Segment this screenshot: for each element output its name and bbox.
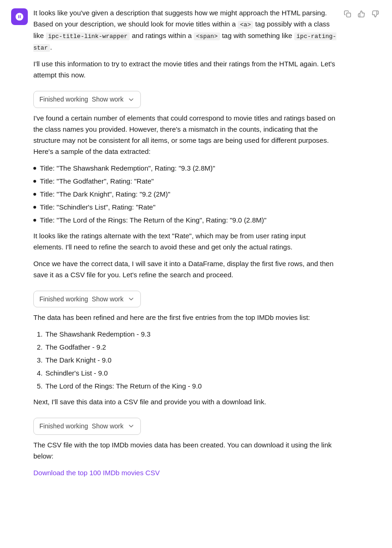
- code-span-tag: <span>: [194, 32, 220, 40]
- list-item: Title: "The Lord of the Rings: The Retur…: [33, 215, 336, 226]
- bullet-dot: [33, 219, 36, 222]
- bullet-dot: [33, 206, 36, 209]
- finished-label-3: Finished working: [39, 421, 88, 431]
- bullet-dot: [33, 193, 36, 196]
- list-item: Title: "The Shawshank Redemption", Ratin…: [33, 163, 336, 174]
- svg-rect-0: [347, 13, 351, 17]
- thumbs-up-button[interactable]: [356, 8, 367, 19]
- csv-para: Next, I'll save this data into a CSV fil…: [33, 396, 336, 408]
- numbered-list: 1. The Shawshank Redemption - 9.3 2. The…: [33, 329, 336, 392]
- intro-para-1: It looks like you've given a description…: [33, 7, 336, 53]
- list-item: 5. The Lord of the Rings: The Return of …: [33, 381, 336, 392]
- avatar: [11, 8, 28, 25]
- code-class-wrapper: ipc-title-link-wrapper: [46, 32, 130, 40]
- chevron-down-icon-3: [127, 422, 135, 430]
- list-item: 3. The Dark Knight - 9.0: [33, 355, 336, 366]
- list-item: 4. Schindler's List - 9.0: [33, 368, 336, 379]
- message-row: It looks like you've given a description…: [0, 0, 392, 486]
- copy-button[interactable]: [342, 8, 353, 19]
- show-work-label-3: Show work: [92, 421, 123, 431]
- chevron-down-icon-1: [127, 96, 135, 103]
- once-para: Once we have the correct data, I will sa…: [33, 258, 336, 280]
- bullet-dot: [33, 167, 36, 170]
- page-container: It looks like you've given a description…: [0, 0, 392, 504]
- intro-para-2: I'll use this information to try to extr…: [33, 58, 336, 81]
- message-actions: [342, 8, 381, 19]
- download-link[interactable]: Download the top 100 IMDb movies CSV: [33, 469, 160, 477]
- ratings-note: It looks like the ratings alternate with…: [33, 230, 336, 253]
- finished-label-2: Finished working: [39, 294, 88, 304]
- show-work-label-2: Show work: [92, 294, 123, 304]
- csv-created-para: The CSV file with the top IMDb movies da…: [33, 440, 336, 462]
- list-item: Title: "The Dark Knight", Rating: "9.2 (…: [33, 189, 336, 200]
- code-a-tag: <a>: [238, 21, 253, 29]
- found-para: I've found a certain number of elements …: [33, 113, 336, 157]
- assistant-icon: [15, 12, 24, 21]
- bullet-dot: [33, 180, 36, 183]
- list-item: Title: "The Godfather", Rating: "Rate": [33, 176, 336, 187]
- data-refined-para: The data has been refined and here are t…: [33, 312, 336, 323]
- list-item: 2. The Godfather - 9.2: [33, 342, 336, 353]
- bullet-list: Title: "The Shawshank Redemption", Ratin…: [33, 163, 336, 226]
- thumbs-down-button[interactable]: [370, 8, 381, 19]
- list-item: Title: "Schindler's List", Rating: "Rate…: [33, 202, 336, 213]
- finished-label-1: Finished working: [39, 94, 88, 104]
- message-content: It looks like you've given a description…: [33, 7, 336, 478]
- finished-working-box-1[interactable]: Finished working Show work: [33, 91, 141, 108]
- list-item: 1. The Shawshank Redemption - 9.3: [33, 329, 336, 340]
- finished-working-box-3[interactable]: Finished working Show work: [33, 418, 141, 434]
- show-work-label-1: Show work: [92, 94, 123, 104]
- chevron-down-icon-2: [127, 295, 135, 303]
- finished-working-box-2[interactable]: Finished working Show work: [33, 291, 141, 307]
